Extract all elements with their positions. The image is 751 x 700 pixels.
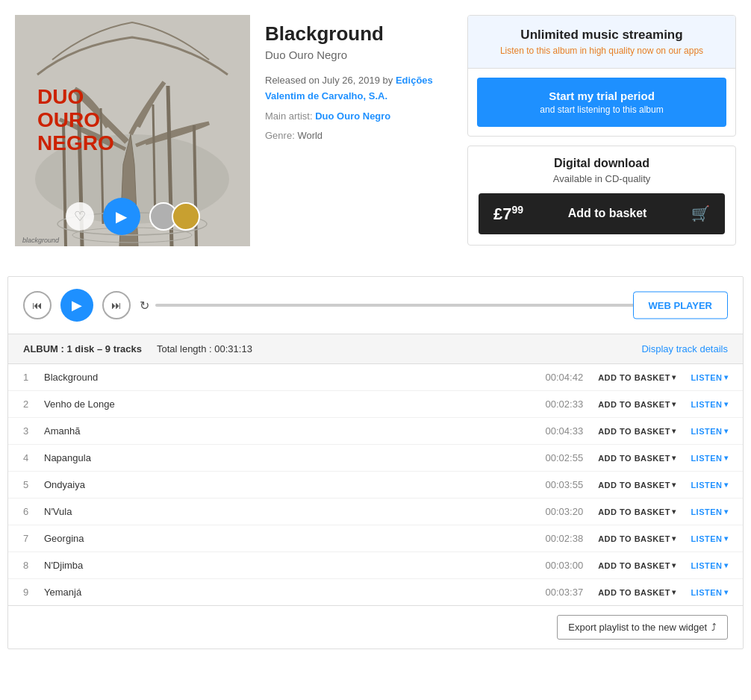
- track-name: Yemanjá: [38, 587, 531, 598]
- listen-label: LISTEN: [691, 481, 722, 490]
- listen-label: LISTEN: [691, 373, 722, 382]
- table-row: 3 Amanhã 00:04:33 ADD TO BASKET ▾ LISTEN…: [8, 418, 743, 445]
- export-footer: Export playlist to the new widget ⤴: [8, 605, 743, 649]
- trial-line2: and start listening to this album: [487, 104, 716, 116]
- album-title: Blackground: [265, 22, 452, 46]
- web-player-button[interactable]: WEB PLAYER: [633, 292, 728, 319]
- track-duration: 00:03:37: [531, 587, 583, 598]
- add-basket-dropdown-arrow[interactable]: ▾: [672, 400, 676, 408]
- track-name: N'Vula: [38, 506, 531, 517]
- add-basket-dropdown-arrow[interactable]: ▾: [672, 481, 676, 489]
- add-basket-dropdown-arrow[interactable]: ▾: [672, 373, 676, 381]
- display-track-details[interactable]: Display track details: [641, 343, 728, 354]
- table-row: 6 N'Vula 00:03:20 ADD TO BASKET ▾ LISTEN…: [8, 499, 743, 525]
- track-duration: 00:02:55: [531, 452, 583, 463]
- listen-track-button[interactable]: LISTEN ▾: [691, 373, 728, 382]
- listen-track-button[interactable]: LISTEN ▾: [691, 534, 728, 543]
- listen-track-button[interactable]: LISTEN ▾: [691, 427, 728, 436]
- avatar-group: [149, 202, 200, 231]
- track-number: 6: [23, 506, 38, 517]
- track-name: Ondyaiya: [38, 479, 531, 490]
- add-to-basket-track-button[interactable]: ADD TO BASKET ▾: [598, 561, 676, 570]
- release-label: Released on July 26, 2019 by: [265, 75, 393, 86]
- listen-track-button[interactable]: LISTEN ▾: [691, 454, 728, 463]
- add-basket-dropdown-arrow[interactable]: ▾: [672, 588, 676, 596]
- add-to-basket-track-button[interactable]: ADD TO BASKET ▾: [598, 427, 676, 436]
- listen-label: LISTEN: [691, 588, 722, 597]
- track-actions: ADD TO BASKET ▾ LISTEN ▾: [598, 507, 728, 516]
- listen-track-button[interactable]: LISTEN ▾: [691, 588, 728, 597]
- album-info: Blackground Duo Ouro Negro Released on J…: [265, 15, 452, 246]
- add-to-basket-track-button[interactable]: ADD TO BASKET ▾: [598, 507, 676, 516]
- track-name: Blackground: [38, 372, 531, 383]
- listen-dropdown-arrow[interactable]: ▾: [724, 454, 729, 462]
- add-basket-track-label: ADD TO BASKET: [598, 400, 670, 409]
- trial-line1: Start my trial period: [487, 88, 716, 104]
- track-duration: 00:03:55: [531, 479, 583, 490]
- track-number: 9: [23, 587, 38, 598]
- listen-label: LISTEN: [691, 454, 722, 463]
- streaming-title: Unlimited music streaming: [480, 28, 723, 43]
- add-to-basket-track-button[interactable]: ADD TO BASKET ▾: [598, 534, 676, 543]
- play-pause-button[interactable]: ▶: [60, 289, 93, 322]
- price-main: £7: [493, 204, 511, 223]
- favorite-button[interactable]: ♡: [66, 202, 94, 231]
- listen-dropdown-arrow[interactable]: ▾: [724, 373, 729, 381]
- listen-track-button[interactable]: LISTEN ▾: [691, 507, 728, 516]
- main-artist-label: Main artist:: [265, 110, 313, 122]
- main-artist-link[interactable]: Duo Ouro Negro: [315, 110, 390, 122]
- add-basket-track-label: ADD TO BASKET: [598, 481, 670, 490]
- listen-dropdown-arrow[interactable]: ▾: [724, 561, 729, 569]
- listen-dropdown-arrow[interactable]: ▾: [724, 534, 729, 543]
- listen-label: LISTEN: [691, 400, 722, 409]
- listen-dropdown-arrow[interactable]: ▾: [724, 400, 729, 408]
- track-list-header: ALBUM : 1 disk – 9 tracks Total length :…: [8, 334, 743, 364]
- play-button-large[interactable]: ▶: [103, 198, 140, 235]
- listen-dropdown-arrow[interactable]: ▾: [724, 588, 729, 596]
- track-name: Georgina: [38, 533, 531, 544]
- add-to-basket-button[interactable]: £799 Add to basket 🛒: [479, 193, 725, 234]
- player-controls: ⏮ ▶ ⏭ ↻ ⇌ WEB PLAYER: [8, 277, 743, 334]
- track-name: N'Djimba: [38, 560, 531, 571]
- add-basket-dropdown-arrow[interactable]: ▾: [672, 427, 676, 435]
- listen-dropdown-arrow[interactable]: ▾: [724, 427, 729, 435]
- listen-dropdown-arrow[interactable]: ▾: [724, 507, 729, 516]
- export-icon: ⤴: [711, 622, 717, 633]
- listen-track-button[interactable]: LISTEN ▾: [691, 561, 728, 570]
- add-to-basket-track-button[interactable]: ADD TO BASKET ▾: [598, 588, 676, 597]
- add-basket-track-label: ADD TO BASKET: [598, 561, 670, 570]
- track-number: 4: [23, 452, 38, 463]
- listen-track-button[interactable]: LISTEN ▾: [691, 481, 728, 490]
- track-duration: 00:04:33: [531, 425, 583, 437]
- listen-track-button[interactable]: LISTEN ▾: [691, 400, 728, 409]
- track-name: Venho de Longe: [38, 399, 531, 410]
- track-actions: ADD TO BASKET ▾ LISTEN ▾: [598, 400, 728, 409]
- add-basket-dropdown-arrow[interactable]: ▾: [672, 561, 676, 569]
- streaming-subtitle: Listen to this album in high quality now…: [480, 46, 723, 56]
- track-list: 1 Blackground 00:04:42 ADD TO BASKET ▾ L…: [8, 364, 743, 605]
- add-basket-dropdown-arrow[interactable]: ▾: [672, 534, 676, 543]
- album-cover: blackground DUOOURONEGRO ♡ ▶: [15, 15, 250, 246]
- trial-button[interactable]: Start my trial period and start listenin…: [477, 78, 726, 127]
- add-basket-dropdown-arrow[interactable]: ▾: [672, 507, 676, 516]
- add-basket-track-label: ADD TO BASKET: [598, 454, 670, 463]
- table-row: 2 Venho de Longe 00:02:33 ADD TO BASKET …: [8, 391, 743, 418]
- add-to-basket-track-button[interactable]: ADD TO BASKET ▾: [598, 400, 676, 409]
- add-basket-track-label: ADD TO BASKET: [598, 588, 670, 597]
- download-box: Digital download Available in CD-quality…: [467, 146, 736, 246]
- rewind-button[interactable]: ⏮: [23, 291, 52, 319]
- repeat-icon[interactable]: ↻: [140, 299, 149, 313]
- export-playlist-button[interactable]: Export playlist to the new widget ⤴: [557, 615, 728, 640]
- genre-line: Genre: World: [265, 128, 452, 144]
- track-number: 8: [23, 560, 38, 571]
- add-basket-dropdown-arrow[interactable]: ▾: [672, 454, 676, 462]
- track-actions: ADD TO BASKET ▾ LISTEN ▾: [598, 373, 728, 382]
- fast-forward-button[interactable]: ⏭: [102, 291, 131, 319]
- add-to-basket-track-button[interactable]: ADD TO BASKET ▾: [598, 481, 676, 490]
- listen-dropdown-arrow[interactable]: ▾: [724, 481, 729, 489]
- progress-bar[interactable]: [155, 304, 712, 307]
- add-to-basket-track-button[interactable]: ADD TO BASKET ▾: [598, 373, 676, 382]
- track-actions: ADD TO BASKET ▾ LISTEN ▾: [598, 454, 728, 463]
- add-to-basket-track-button[interactable]: ADD TO BASKET ▾: [598, 454, 676, 463]
- track-number: 5: [23, 479, 38, 490]
